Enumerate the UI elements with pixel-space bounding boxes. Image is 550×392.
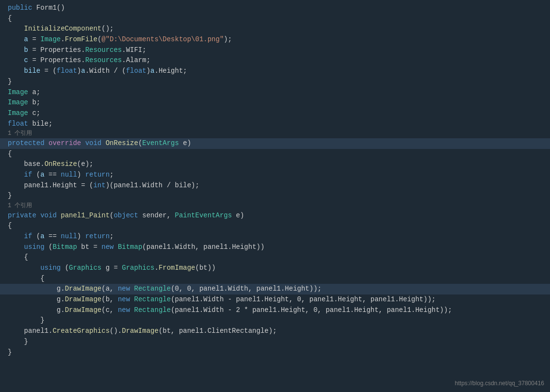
code-line: float bile; <box>0 119 550 130</box>
code-line: InitializeComponent(); <box>0 24 550 34</box>
code-line: g.DrawImage(c, new Rectangle(panel1.Widt… <box>0 305 550 316</box>
code-line: { <box>0 274 550 284</box>
code-line: } <box>0 191 550 201</box>
code-line: } <box>0 347 550 358</box>
code-line: protected override void OnResize(EventAr… <box>0 138 550 149</box>
code-line: { <box>0 149 550 160</box>
code-line: } <box>0 77 550 87</box>
code-editor: public Form1(){ InitializeComponent(); a… <box>0 0 550 392</box>
code-line: a = Image.FromFile(@"D:\Documents\Deskto… <box>0 34 550 45</box>
code-line: c = Properties.Resources.Alarm; <box>0 55 550 66</box>
code-line: } <box>0 315 550 326</box>
code-line: base.OnResize(e); <box>0 159 550 170</box>
code-line: g.DrawImage(a, new Rectangle(0, 0, panel… <box>0 284 550 294</box>
code-line: 1 个引用 <box>0 201 550 211</box>
code-line: bile = (float)a.Width / (float)a.Height; <box>0 66 550 77</box>
code-line: if (a == null) return; <box>0 231 550 242</box>
code-line: g.DrawImage(b, new Rectangle(panel1.Widt… <box>0 294 550 305</box>
code-line: panel1.Height = (int)(panel1.Width / bil… <box>0 180 550 191</box>
code-line: public Form1() <box>0 3 550 14</box>
code-line: { <box>0 14 550 24</box>
code-line: Image c; <box>0 108 550 119</box>
code-lines: public Form1(){ InitializeComponent(); a… <box>0 3 550 358</box>
code-line: panel1.CreateGraphics().DrawImage(bt, pa… <box>0 326 550 337</box>
code-line: Image b; <box>0 98 550 108</box>
code-line: using (Bitmap bt = new Bitmap(panel1.Wid… <box>0 242 550 253</box>
code-line: private void panel1_Paint(object sender,… <box>0 211 550 221</box>
code-line: 1 个引用 <box>0 129 550 138</box>
watermark: https://blog.csdn.net/qq_37800416 <box>455 379 544 388</box>
code-line: b = Properties.Resources.WIFI; <box>0 45 550 56</box>
code-line: Image a; <box>0 87 550 98</box>
code-line: using (Graphics g = Graphics.FromImage(b… <box>0 263 550 274</box>
code-line: { <box>0 221 550 231</box>
code-line: { <box>0 252 550 263</box>
code-line: if (a == null) return; <box>0 170 550 180</box>
code-line: } <box>0 337 550 347</box>
